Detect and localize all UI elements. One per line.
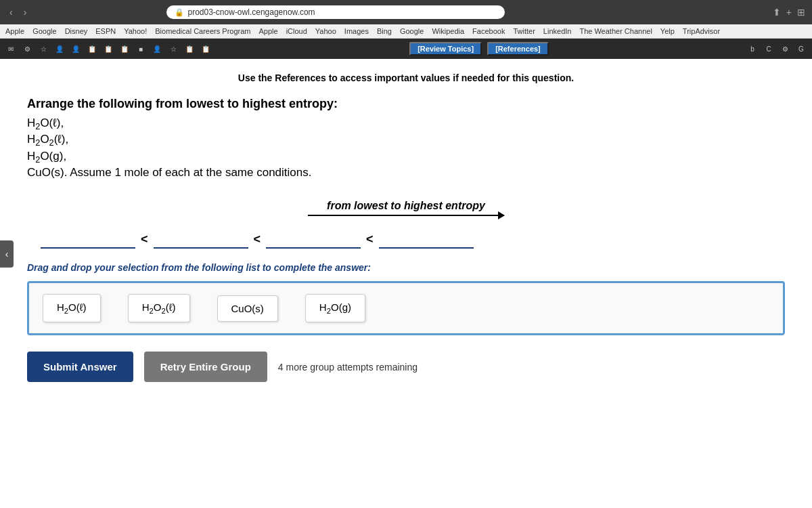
share-icon[interactable]: ⬆ xyxy=(773,7,781,18)
grid-icon[interactable]: ⊞ xyxy=(797,7,805,18)
drag-item-h2o-g[interactable]: H2O(g) xyxy=(305,294,365,322)
arrow-shaft xyxy=(308,215,504,216)
side-nav-arrow[interactable]: ‹ xyxy=(0,240,14,268)
toolbar-icon-4: 👤 xyxy=(53,42,66,56)
toolbar-icon-2: ⚙ xyxy=(20,42,34,56)
question-intro: Arrange the following from lowest to hig… xyxy=(27,97,785,111)
toolbar-icon-12: 📋 xyxy=(183,42,196,56)
review-topics-button[interactable]: [Review Topics] xyxy=(409,42,482,56)
drag-drop-container[interactable]: H2O(ℓ) H2O2(ℓ) CuO(s) H2O(g) xyxy=(27,281,785,335)
browser-chrome: ‹ › 🔒 prod03-cnow-owl.cengagenow.com ⬆ +… xyxy=(0,0,812,24)
submit-answer-button[interactable]: Submit Answer xyxy=(27,352,133,382)
bookmark-yahoo[interactable]: Yahoo! xyxy=(124,27,147,35)
toolbar-icon-3: ☆ xyxy=(37,42,50,56)
toolbar-icon-15: C xyxy=(762,42,775,56)
address-bar[interactable]: 🔒 prod03-cnow-owl.cengagenow.com xyxy=(166,5,505,19)
bookmark-wikipedia[interactable]: Wikipedia xyxy=(432,27,464,35)
compound-3: H2O(g), xyxy=(27,150,785,165)
toolbar-icon-1: ✉ xyxy=(4,42,18,56)
drag-item-h2o2-l[interactable]: H2O2(ℓ) xyxy=(128,294,190,322)
less-than-3: < xyxy=(366,232,374,247)
url-text: prod03-cnow-owl.cengagenow.com xyxy=(188,7,315,17)
toolbar-icon-10: 👤 xyxy=(150,42,164,56)
toolbar-icon-16: ⚙ xyxy=(778,42,792,56)
bookmark-disney[interactable]: Disney xyxy=(65,27,88,35)
drag-item-cuo-s[interactable]: CuO(s) xyxy=(217,295,278,322)
browser-actions: ⬆ + ⊞ xyxy=(773,7,805,18)
toolbar-icon-8: 📋 xyxy=(118,42,131,56)
bookmark-images[interactable]: Images xyxy=(344,27,369,35)
nav-back-btn[interactable]: ‹ xyxy=(7,5,16,19)
nav-forward-btn[interactable]: › xyxy=(21,5,30,19)
toolbar-icon-5: 👤 xyxy=(69,42,83,56)
compound-2: H2O2(ℓ), xyxy=(27,133,785,148)
answer-blanks-row: < < < xyxy=(27,230,785,249)
answer-blank-2[interactable] xyxy=(154,230,248,249)
bookmark-google2[interactable]: Google xyxy=(400,27,424,35)
bookmark-espn[interactable]: ESPN xyxy=(95,27,116,35)
bookmark-icloud[interactable]: iCloud xyxy=(286,27,307,35)
attempts-remaining-text: 4 more group attempts remaining xyxy=(278,362,418,373)
answer-blank-3[interactable] xyxy=(266,230,361,249)
toolbar-icon-13: 📋 xyxy=(199,42,212,56)
bookmark-facebook[interactable]: Facebook xyxy=(472,27,505,35)
bookmark-twitter[interactable]: Twitter xyxy=(513,27,535,35)
drag-item-h2o-l[interactable]: H2O(ℓ) xyxy=(43,294,101,322)
references-button[interactable]: [References] xyxy=(487,42,549,56)
toolbar-row: ✉ ⚙ ☆ 👤 👤 📋 📋 📋 ■ 👤 ☆ 📋 📋 [Review Topics… xyxy=(0,39,812,59)
bookmarks-bar: Apple Google Disney ESPN Yahoo! Biomedic… xyxy=(0,24,812,39)
toolbar-icon-7: 📋 xyxy=(102,42,115,56)
lock-icon: 🔒 xyxy=(175,8,184,17)
bookmark-linkedin[interactable]: LinkedIn xyxy=(543,27,572,35)
bookmark-tripadvisor[interactable]: TripAdvisor xyxy=(683,27,720,35)
bookmark-google[interactable]: Google xyxy=(32,27,56,35)
bookmark-bing[interactable]: Bing xyxy=(377,27,392,35)
bookmark-biomedical[interactable]: Biomedical Careers Program xyxy=(155,27,250,35)
add-tab-icon[interactable]: + xyxy=(786,7,792,18)
bookmark-apple[interactable]: Apple xyxy=(5,27,24,35)
arrow-label-area: from lowest to highest entropy xyxy=(271,200,541,216)
buttons-row: Submit Answer Retry Entire Group 4 more … xyxy=(27,352,785,382)
arrow-label-text: from lowest to highest entropy xyxy=(271,200,541,212)
less-than-2: < xyxy=(254,232,261,247)
less-than-1: < xyxy=(141,232,148,247)
drag-instruction: Drag and drop your selection from the fo… xyxy=(27,262,785,273)
bookmark-yahoo2[interactable]: Yahoo xyxy=(315,27,336,35)
main-content: Use the References to access important v… xyxy=(0,59,812,409)
answer-blank-4[interactable] xyxy=(379,230,474,249)
bookmark-yelp[interactable]: Yelp xyxy=(660,27,675,35)
answer-blank-1[interactable] xyxy=(41,230,135,249)
toolbar-center: [Review Topics] [References] xyxy=(215,42,743,56)
compound-4: CuO(s). Assume 1 mole of each at the sam… xyxy=(27,166,785,179)
compound-1: H2O(ℓ), xyxy=(27,117,785,131)
toolbar-icon-17: G xyxy=(794,42,808,56)
bookmark-weather[interactable]: The Weather Channel xyxy=(579,27,652,35)
retry-entire-group-button[interactable]: Retry Entire Group xyxy=(144,352,267,382)
arrow-line xyxy=(271,215,541,216)
toolbar-icon-11: ☆ xyxy=(166,42,180,56)
toolbar-icon-9: ■ xyxy=(134,42,148,56)
toolbar-icon-14: b xyxy=(746,42,759,56)
notice-text: Use the References to access important v… xyxy=(27,72,785,83)
toolbar-icon-6: 📋 xyxy=(85,42,99,56)
bookmark-apple2[interactable]: Apple xyxy=(259,27,278,35)
